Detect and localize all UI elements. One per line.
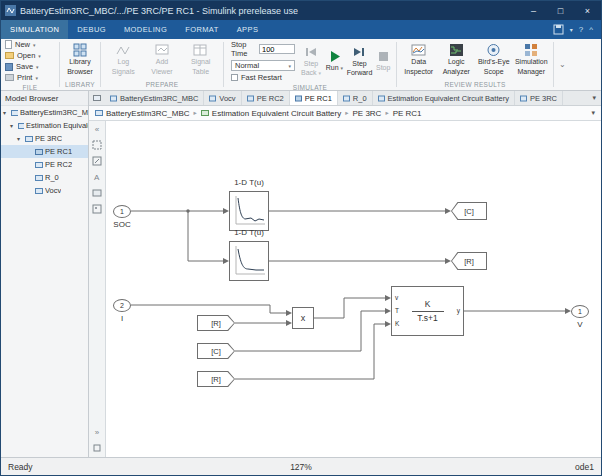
subsystem-icon	[35, 187, 43, 195]
area-annotation-icon[interactable]	[91, 187, 103, 199]
breadcrumb-label: BatteryEstim3RC_MBC	[106, 109, 190, 118]
doc-tab-batteryestim3rc-mbc[interactable]: BatteryEstim3RC_MBC	[105, 91, 204, 105]
quick-save-icon[interactable]	[553, 24, 564, 35]
tree-item-pe-3rc[interactable]: ▾ PE 3RC	[1, 132, 88, 145]
breadcrumb-item-pe-rc1[interactable]: PE RC1	[393, 109, 422, 118]
library-browser-button[interactable]: Library Browser	[64, 43, 96, 75]
goto-r-block[interactable]: [R]	[451, 252, 487, 270]
from-r1-block[interactable]: [R]	[197, 315, 235, 331]
open-button[interactable]: Open ▾	[5, 51, 41, 60]
doc-tab-pe-rc1[interactable]: PE RC1	[290, 91, 338, 105]
lookup-table-1-block[interactable]	[229, 191, 269, 231]
subsystem-icon	[247, 95, 254, 102]
birds-eye-scope-button[interactable]: Bird's-Eye Scope	[476, 43, 512, 75]
tab-overflow-icon[interactable]: ▾	[587, 91, 601, 105]
help-icon[interactable]: ?	[579, 25, 583, 34]
tree-item-vocv[interactable]: Vocv	[1, 184, 88, 197]
breadcrumb-dropdown-icon[interactable]: ▾	[591, 109, 595, 117]
toolstrip-expand-icon[interactable]: ⌄	[554, 39, 571, 90]
expand-icon[interactable]: ▾	[17, 135, 23, 142]
maximize-button[interactable]: □	[547, 1, 574, 20]
save-button[interactable]: Save ▾	[5, 62, 41, 71]
print-button[interactable]: Print ▾	[5, 73, 41, 82]
signal-table-button[interactable]: Signal Table	[182, 43, 219, 75]
doc-tab-r-0[interactable]: R_0	[338, 91, 373, 105]
step-forward-button[interactable]: Step Forward	[347, 45, 373, 77]
collapse-ribbon-icon[interactable]: ^	[589, 25, 593, 34]
from-r2-block[interactable]: [R]	[197, 371, 235, 387]
signal-table-icon	[193, 43, 208, 57]
mode-dropdown-icon: ▾	[288, 63, 291, 69]
add-viewer-button[interactable]: Add Viewer	[144, 43, 181, 75]
product-block[interactable]: x	[292, 307, 314, 329]
breadcrumb-item-estimation[interactable]: Estimation Equivalent Circuit Battery	[201, 109, 341, 118]
stop-button[interactable]: Stop	[374, 49, 392, 72]
log-signals-button[interactable]: Log Signals	[105, 43, 142, 75]
tab-simulation[interactable]: SIMULATION	[1, 20, 68, 39]
breadcrumb-item-root[interactable]: BatteryEstim3RC_MBC	[95, 109, 190, 118]
lookup-table-2-label: 1-D T(u)	[219, 228, 279, 237]
canvas-palette: « A »	[89, 121, 106, 457]
birds-eye-scope-label-1: Bird's-Eye	[478, 58, 510, 66]
zoom-fit-icon[interactable]	[91, 155, 103, 167]
tree-item-pe-rc2[interactable]: PE RC2	[1, 158, 88, 171]
tree-item-label: Estimation Equivalent Ci	[26, 121, 88, 130]
sample-time-legend-icon[interactable]: »	[91, 426, 103, 438]
print-label: Print	[17, 73, 32, 82]
breadcrumb-separator-icon: ▸	[385, 109, 388, 117]
data-inspector-label-1: Data	[411, 58, 426, 66]
inport-i[interactable]: 2	[113, 299, 131, 312]
solver-name[interactable]: ode1	[575, 462, 594, 472]
doc-tab-pe-3rc[interactable]: PE 3RC	[515, 91, 563, 105]
tab-list-icon[interactable]	[89, 91, 105, 105]
doc-tab-pe-rc2[interactable]: PE RC2	[242, 91, 290, 105]
goto-r-label: [R]	[451, 252, 487, 270]
new-button[interactable]: New ▾	[5, 40, 41, 49]
image-annotation-icon[interactable]	[91, 203, 103, 215]
tree-item-batteryestim3rc-mbc[interactable]: ▾ BatteryEstim3RC_MBC	[1, 106, 88, 119]
minimize-button[interactable]: –	[520, 1, 547, 20]
step-back-button[interactable]: Step Back ▾	[300, 45, 322, 77]
doc-tab-label: PE 3RC	[530, 94, 557, 103]
inport-soc[interactable]: 1	[113, 205, 131, 218]
simulation-mode-select[interactable]: Normal ▾	[231, 60, 295, 71]
lookup-table-2-block[interactable]	[229, 241, 269, 281]
diagram-canvas[interactable]: 1 SOC 2 I 1-D T(u)	[106, 121, 601, 457]
stop-time-input[interactable]	[259, 44, 295, 54]
expand-icon[interactable]: ▾	[3, 109, 9, 116]
zoom-level: 127%	[290, 462, 312, 472]
logic-analyzer-button[interactable]: Logic Analyzer	[439, 43, 475, 75]
logic-analyzer-icon	[449, 43, 464, 57]
breadcrumb-item-pe-3rc[interactable]: PE 3RC	[353, 109, 382, 118]
tf-port-k: K	[395, 321, 399, 328]
tree-item-r-0[interactable]: R_0	[1, 171, 88, 184]
tab-modeling[interactable]: MODELING	[115, 20, 176, 39]
tree-item-estimation-equivalent-circuit[interactable]: ▾ Estimation Equivalent Ci	[1, 119, 88, 132]
schedule-editor-icon[interactable]	[91, 442, 103, 454]
tree-item-pe-rc1[interactable]: PE RC1	[1, 145, 88, 158]
tab-apps[interactable]: APPS	[228, 20, 268, 39]
expand-icon[interactable]: ▾	[10, 122, 16, 129]
run-button[interactable]: Run ▾	[324, 49, 345, 72]
quick-access-toolbar: ▾ ? ^	[553, 20, 601, 39]
simulation-manager-label-1: Simulation	[515, 58, 548, 66]
doc-tab-estimation-equivalent-circuit-battery[interactable]: Estimation Equivalent Circuit Battery	[373, 91, 515, 105]
collapse-browser-icon[interactable]: «	[91, 123, 103, 135]
transfer-fcn-block[interactable]: K T.s+1 v T K y	[391, 286, 464, 336]
tab-format[interactable]: FORMAT	[176, 20, 228, 39]
from-c-block[interactable]: [C]	[197, 343, 235, 359]
data-inspector-button[interactable]: Data Inspector	[401, 43, 437, 75]
outport-v[interactable]: 1	[571, 305, 589, 318]
goto-c-block[interactable]: [C]	[451, 202, 487, 220]
adjust-view-icon[interactable]	[91, 139, 103, 151]
model-icon	[95, 109, 103, 117]
tab-debug[interactable]: DEBUG	[68, 20, 115, 39]
quick-access-dropdown-icon[interactable]: ▾	[570, 26, 573, 33]
transfer-fcn-numerator: K	[425, 300, 431, 309]
subsystem-icon	[520, 95, 527, 102]
doc-tab-vocv[interactable]: Vocv	[204, 91, 241, 105]
simulation-manager-button[interactable]: Simulation Manager	[514, 43, 550, 75]
fast-restart-checkbox[interactable]	[231, 74, 238, 81]
annotation-icon[interactable]: A	[91, 171, 103, 183]
close-button[interactable]: ×	[574, 1, 601, 20]
